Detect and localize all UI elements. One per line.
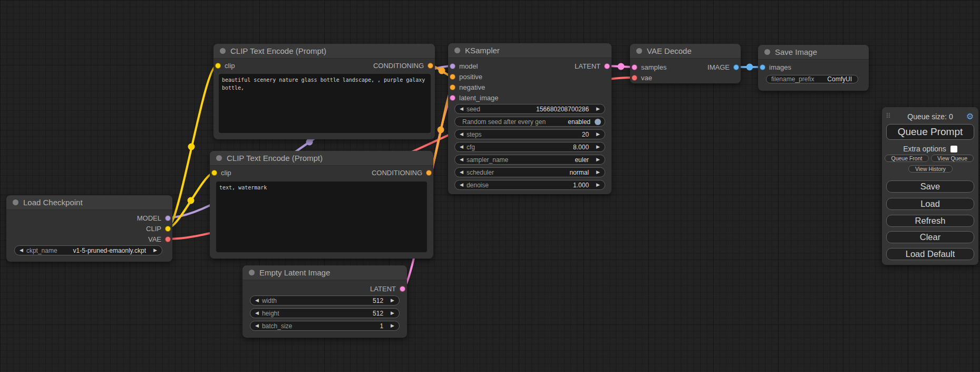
decrement-arrow-icon[interactable]: ◀ [20, 248, 23, 253]
node-load-checkpoint[interactable]: Load Checkpoint MODEL CLIP VAE ◀ ckpt_na… [6, 195, 172, 262]
gear-icon[interactable]: ⚙ [966, 111, 974, 122]
widget-width[interactable]: ◀ width 512 ▶ [250, 295, 400, 306]
node-graph-canvas[interactable]: Load Checkpoint MODEL CLIP VAE ◀ ckpt_na… [0, 0, 980, 372]
widget-filename-prefix[interactable]: filename_prefix ComfyUI [766, 75, 858, 83]
input-port-negative[interactable]: negative [450, 82, 485, 92]
node-empty-latent-image[interactable]: Empty Latent Image LATENT ◀ width 512 ▶ … [242, 265, 407, 338]
node-vae-decode[interactable]: VAE Decode samples vae IMAGE [630, 44, 741, 83]
output-port-conditioning[interactable]: CONDITIONING [372, 167, 432, 178]
prompt-textarea[interactable]: text, watermark [216, 182, 427, 252]
latent-port-icon[interactable] [604, 63, 610, 69]
input-port-vae[interactable]: vae [632, 72, 652, 83]
widget-label: height [262, 310, 279, 317]
conditioning-port-icon[interactable] [450, 84, 455, 90]
input-port-positive[interactable]: positive [450, 71, 482, 82]
increment-arrow-icon[interactable]: ▶ [596, 132, 600, 137]
save-button[interactable]: Save [886, 180, 974, 193]
decrement-arrow-icon[interactable]: ◀ [460, 132, 463, 137]
decrement-arrow-icon[interactable]: ◀ [460, 107, 463, 111]
decrement-arrow-icon[interactable]: ◀ [255, 311, 259, 316]
clear-button[interactable]: Clear [886, 231, 974, 243]
decrement-arrow-icon[interactable]: ◀ [255, 298, 259, 303]
latent-port-icon[interactable] [450, 95, 455, 101]
output-port-image[interactable]: IMAGE [707, 62, 739, 72]
latent-port-icon[interactable] [400, 286, 405, 292]
conditioning-port-icon[interactable] [428, 63, 433, 69]
widget-random-seed-toggle[interactable]: Random seed after every gen enabled [454, 117, 605, 127]
node-title: KSampler [465, 46, 500, 55]
input-port-latent-image[interactable]: latent_image [450, 92, 498, 103]
conditioning-port-icon[interactable] [450, 74, 455, 80]
clip-port-icon[interactable] [165, 226, 171, 232]
widget-ckpt-name[interactable]: ◀ ckpt_name v1-5-pruned-emaonly.ckpt ▶ [14, 245, 162, 255]
view-history-button[interactable]: View History [908, 165, 953, 173]
widget-denoise[interactable]: ◀ denoise 1.000 ▶ [454, 180, 605, 190]
input-port-samples[interactable]: samples [632, 62, 666, 72]
node-title-bar[interactable]: Empty Latent Image [242, 265, 407, 280]
output-port-clip[interactable]: CLIP [146, 223, 171, 234]
prompt-textarea[interactable]: beautiful scenery nature glass bottle la… [219, 74, 431, 133]
node-save-image[interactable]: Save Image images filename_prefix ComfyU… [758, 45, 869, 91]
output-port-vae[interactable]: VAE [148, 234, 171, 244]
output-port-conditioning[interactable]: CONDITIONING [373, 60, 433, 71]
widget-cfg[interactable]: ◀ cfg 8.000 ▶ [454, 142, 605, 152]
model-port-icon[interactable] [165, 215, 171, 221]
output-port-model[interactable]: MODEL [137, 213, 171, 223]
clip-port-icon[interactable] [211, 170, 217, 176]
image-port-icon[interactable] [760, 64, 765, 70]
queue-prompt-button[interactable]: Queue Prompt [886, 124, 974, 140]
clip-port-icon[interactable] [215, 63, 221, 69]
widget-label: ckpt_name [26, 247, 57, 254]
input-port-clip[interactable]: clip [211, 167, 231, 178]
increment-arrow-icon[interactable]: ▶ [596, 145, 600, 149]
widget-sampler-name[interactable]: ◀ sampler_name euler ▶ [454, 155, 605, 165]
increment-arrow-icon[interactable]: ▶ [596, 157, 600, 162]
increment-arrow-icon[interactable]: ▶ [596, 107, 600, 111]
increment-arrow-icon[interactable]: ▶ [391, 298, 394, 303]
vae-port-icon[interactable] [165, 236, 171, 242]
queue-front-button[interactable]: Queue Front [885, 155, 929, 162]
input-port-images[interactable]: images [760, 62, 791, 72]
model-port-icon[interactable] [450, 63, 455, 69]
increment-arrow-icon[interactable]: ▶ [153, 248, 157, 253]
node-ksampler[interactable]: KSampler model positive negative latent_… [448, 43, 612, 194]
latent-port-icon[interactable] [632, 64, 637, 70]
toggle-enabled-icon[interactable] [595, 119, 601, 125]
port-label: negative [459, 83, 485, 91]
input-port-model[interactable]: model [450, 61, 478, 71]
node-title: Save Image [775, 47, 817, 56]
image-port-icon[interactable] [733, 64, 739, 70]
node-title-bar[interactable]: Load Checkpoint [6, 195, 172, 210]
node-title-bar[interactable]: VAE Decode [630, 44, 741, 59]
decrement-arrow-icon[interactable]: ◀ [460, 183, 463, 187]
widget-seed[interactable]: ◀ seed 156680208700286 ▶ [454, 104, 605, 114]
widget-height[interactable]: ◀ height 512 ▶ [250, 308, 400, 318]
output-port-latent[interactable]: LATENT [575, 61, 610, 71]
increment-arrow-icon[interactable]: ▶ [391, 323, 394, 328]
view-queue-button[interactable]: View Queue [931, 155, 974, 162]
widget-scheduler[interactable]: ◀ scheduler normal ▶ [454, 167, 605, 177]
decrement-arrow-icon[interactable]: ◀ [460, 157, 463, 162]
node-clip-text-encode-negative[interactable]: CLIP Text Encode (Prompt) clip CONDITION… [210, 151, 433, 259]
node-clip-text-encode-positive[interactable]: CLIP Text Encode (Prompt) clip CONDITION… [214, 44, 435, 139]
increment-arrow-icon[interactable]: ▶ [596, 170, 600, 175]
widget-steps[interactable]: ◀ steps 20 ▶ [454, 129, 605, 139]
node-title-bar[interactable]: Save Image [758, 45, 869, 60]
node-title-bar[interactable]: KSampler [448, 43, 612, 58]
decrement-arrow-icon[interactable]: ◀ [255, 323, 259, 328]
output-port-latent[interactable]: LATENT [370, 283, 405, 294]
increment-arrow-icon[interactable]: ▶ [391, 311, 394, 316]
node-title-bar[interactable]: CLIP Text Encode (Prompt) [210, 151, 433, 166]
input-port-clip[interactable]: clip [215, 60, 235, 71]
decrement-arrow-icon[interactable]: ◀ [460, 145, 463, 149]
vae-port-icon[interactable] [632, 75, 637, 81]
widget-batch-size[interactable]: ◀ batch_size 1 ▶ [250, 321, 400, 331]
conditioning-port-icon[interactable] [426, 170, 432, 176]
decrement-arrow-icon[interactable]: ◀ [460, 170, 463, 175]
extra-options-checkbox[interactable] [950, 146, 957, 152]
load-default-button[interactable]: Load Default [886, 248, 974, 260]
increment-arrow-icon[interactable]: ▶ [596, 183, 600, 187]
load-button[interactable]: Load [886, 198, 974, 210]
refresh-button[interactable]: Refresh [886, 215, 974, 227]
node-title-bar[interactable]: CLIP Text Encode (Prompt) [214, 44, 435, 59]
